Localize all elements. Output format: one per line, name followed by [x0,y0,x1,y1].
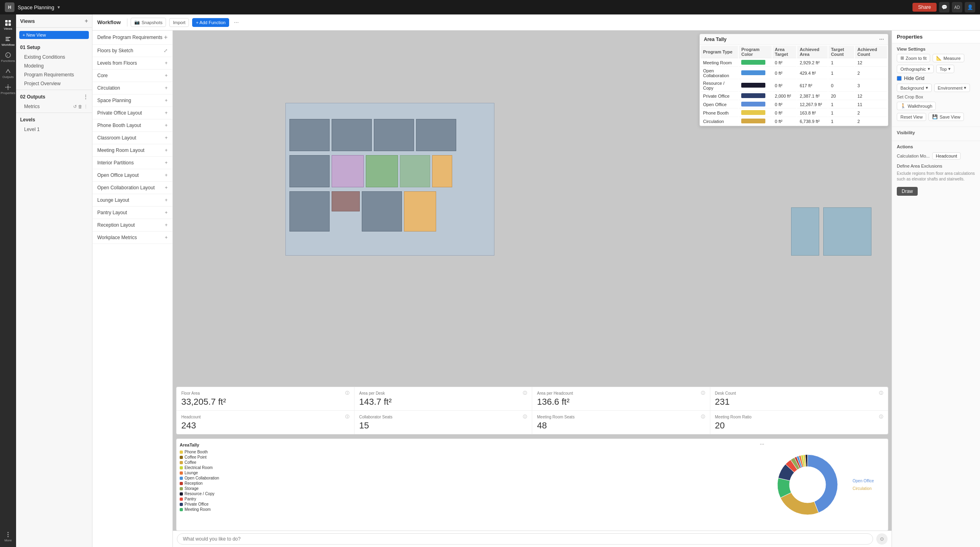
comment-icon[interactable]: 💬 [939,2,949,12]
properties-icon[interactable]: Properties [1,82,15,96]
wf-step-plus-icon2[interactable]: + [165,60,168,66]
sidebar-item-project-overview[interactable]: Project Overview [16,79,92,88]
headcount-info-icon[interactable]: ⓘ [345,414,349,420]
more-icon[interactable]: More [1,529,15,544]
view-settings-label: View Settings [897,47,975,51]
snapshots-button[interactable]: 📷 Snapshots [131,18,166,27]
wf-step-plus-icon9[interactable]: + [165,148,168,153]
area-per-headcount-info-icon[interactable]: ⓘ [701,390,705,396]
collab-seats-info-icon[interactable]: ⓘ [523,414,527,420]
wf-step-plus-icon16[interactable]: + [165,235,168,240]
wf-step-pantry[interactable]: Pantry Layout + [92,207,172,219]
wf-step-plus-icon13[interactable]: + [165,197,168,203]
hide-grid-checkbox[interactable] [897,76,902,81]
desk-count-info-icon[interactable]: ⓘ [879,390,883,396]
floor-area-info-icon[interactable]: ⓘ [345,390,349,396]
metrics-undo-icon[interactable]: ↺ [73,104,77,109]
wf-step-levels-from-floors[interactable]: Levels from Floors + [92,57,172,70]
section-02-outputs[interactable]: 02 Outputs ⋮ [16,92,92,102]
sidebar-item-existing-conditions[interactable]: Existing Conditions [16,53,92,61]
chat-send-button[interactable]: ⊙ [876,533,888,545]
orthographic-select[interactable]: Orthographic ▾ [897,65,934,73]
chart-options-icon[interactable]: ⋯ [760,442,764,447]
list-item: Lounge [180,471,764,475]
wf-step-plus-icon12[interactable]: + [165,185,168,191]
sidebar-item-level-1[interactable]: Level 1 [16,125,92,134]
meeting-ratio-info-icon[interactable]: ⓘ [879,414,883,420]
walkthrough-icon: 🚶 [900,103,906,109]
functions-icon[interactable]: f Functions [1,50,15,64]
wf-step-plus-icon11[interactable]: + [165,172,168,178]
wf-step-open-office[interactable]: Open Office Layout + [92,169,172,182]
table-row: Private Office 2,000 ft² 2,387.1 ft² 20 … [701,92,887,100]
wf-step-plus-icon6[interactable]: + [165,110,168,116]
wf-step-plus-icon3[interactable]: + [165,73,168,78]
environment-select[interactable]: Environment ▾ [934,84,970,92]
wf-step-meeting-room[interactable]: Meeting Room Layout + [92,144,172,157]
svg-point-6 [7,86,9,88]
sidebar-item-modeling[interactable]: Modeling [16,61,92,70]
outputs-icon[interactable]: Outputs [1,66,15,80]
wf-step-reception[interactable]: Reception Layout + [92,219,172,232]
table-row: Circulation 0 ft² 6,738.9 ft² 1 2 [701,118,887,125]
measure-button[interactable]: 📐 Measure [933,54,964,62]
area-per-desk-info-icon[interactable]: ⓘ [523,390,527,396]
wf-step-workplace-metrics[interactable]: Workplace Metrics + [92,232,172,244]
meeting-seats-info-icon[interactable]: ⓘ [701,414,705,420]
wf-step-open-collab[interactable]: Open Collaboration Layout + [92,182,172,194]
zoom-to-fit-button[interactable]: ⊞ Zoom to fit [897,54,930,62]
wf-step-plus-icon15[interactable]: + [165,222,168,228]
top-select[interactable]: Top ▾ [936,65,955,73]
section-01-setup[interactable]: 01 Setup [16,42,92,53]
wf-step-private-office[interactable]: Private Office Layout + [92,107,172,119]
metrics-delete-icon[interactable]: 🗑 [78,104,82,109]
workflow-icon[interactable]: Workflow [1,34,15,48]
reset-view-button[interactable]: Reset View [897,113,926,121]
share-button[interactable]: Share [912,3,937,12]
wf-step-core[interactable]: Core + [92,70,172,82]
canvas-area[interactable]: Area Tally ⋯ Program Type Program Color … [173,31,892,547]
section-options-icon[interactable]: ⋮ [83,94,88,100]
wf-step-classroom[interactable]: Classroom Layout + [92,132,172,144]
wf-step-plus-icon7[interactable]: + [165,123,168,128]
wf-step-plus-icon10[interactable]: + [165,160,168,166]
save-view-button[interactable]: 💾 Save View [929,113,964,121]
metrics-bottom-row: Headcount ⓘ 243 Collaborator Seats ⓘ [176,410,888,434]
floor-area-value: 33,205.7 ft² [181,397,349,407]
views-add-icon[interactable]: + [85,18,88,24]
wf-step-plus-icon14[interactable]: + [165,210,168,215]
wf-step-phone-booth[interactable]: Phone Booth Layout + [92,119,172,132]
wf-step-define-program[interactable]: Define Program Requirements + [92,31,172,45]
headcount-badge[interactable]: Headcount [932,152,961,160]
ad-icon[interactable]: AD [952,2,962,12]
wf-step-plus-icon4[interactable]: + [165,85,168,91]
background-select[interactable]: Background ▾ [897,84,932,92]
walkthrough-button[interactable]: 🚶 Walkthrough [897,102,936,110]
wf-step-circulation[interactable]: Circulation + [92,82,172,94]
wf-step-floors-by-sketch[interactable]: Floors by Sketch ⤢ [92,45,172,57]
user-icon[interactable]: 👤 [965,2,975,12]
add-function-button[interactable]: + Add Function [192,18,229,27]
collab-seats-value: 15 [359,420,527,431]
sidebar-item-program-requirements[interactable]: Program Requirements [16,70,92,79]
headcount-value: 243 [181,420,349,431]
levels-title: Levels [16,115,92,125]
metrics-more-icon[interactable]: ⋮ [84,104,88,109]
wf-step-lounge[interactable]: Lounge Layout + [92,194,172,207]
wf-step-interior-partitions[interactable]: Interior Partitions + [92,157,172,169]
import-button[interactable]: Import [169,18,189,27]
wf-step-space-planning[interactable]: Space Planning + [92,94,172,107]
sidebar-item-metrics[interactable]: Metrics ↺ 🗑 ⋮ [16,102,92,111]
workflow-steps-panel: Define Program Requirements + Floors by … [92,31,173,547]
chat-input[interactable] [177,533,873,545]
metrics-top-row: Floor Area ⓘ 33,205.7 ft² Area per Desk … [176,387,888,410]
views-icon[interactable]: Views [1,18,15,32]
workflow-options-icon[interactable]: ⋯ [234,20,239,25]
draw-button[interactable]: Draw [897,187,918,196]
wf-step-plus-icon[interactable]: + [164,34,168,41]
wf-step-plus-icon8[interactable]: + [165,135,168,141]
view-settings-section: View Settings ⊞ Zoom to fit 📐 Measure [892,43,980,127]
new-view-button[interactable]: + New View [19,31,89,39]
wf-step-plus-icon5[interactable]: + [165,98,168,103]
area-tally-close-icon[interactable]: ⋯ [879,37,884,42]
